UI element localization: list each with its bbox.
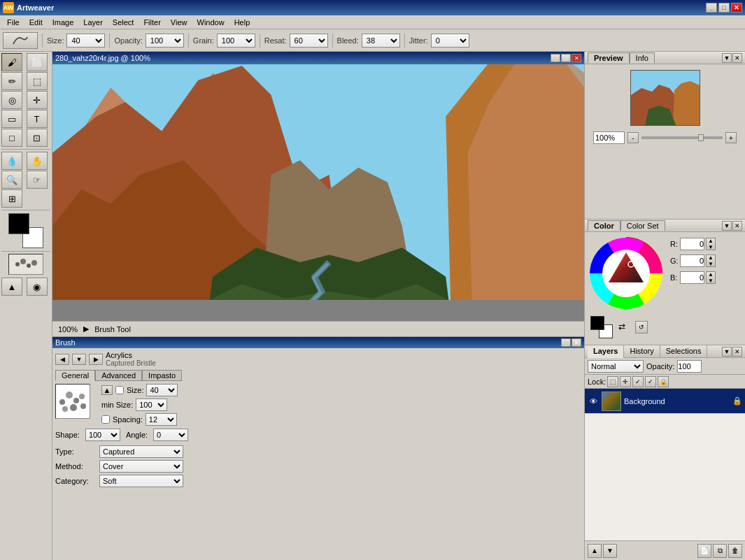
smudge-tool[interactable]: ✋ [27, 152, 48, 170]
opacity-select[interactable]: 100 [146, 34, 184, 48]
brush-prev-btn[interactable]: ◀ [55, 354, 69, 365]
resat-select[interactable]: 60 [290, 34, 328, 48]
brush-tab-general[interactable]: General [55, 370, 95, 381]
zoom-tool[interactable]: 🔍 [1, 171, 22, 189]
menu-window[interactable]: Window [193, 17, 229, 27]
blend-mode-select[interactable]: Normal [588, 360, 644, 373]
maximize-button[interactable]: □ [718, 3, 730, 13]
swap-colors-btn[interactable]: ↺ [635, 321, 648, 333]
minimize-button[interactable]: _ [706, 3, 717, 13]
color-wheel-svg[interactable] [588, 235, 665, 312]
brush-tool[interactable]: 🖌 [1, 53, 22, 71]
r-spinner[interactable]: ▲▼ [706, 238, 716, 250]
brush-tab-advanced[interactable]: Advanced [95, 370, 142, 381]
layers-scroll-down[interactable]: ▼ [603, 544, 617, 558]
size-select[interactable]: 40 [66, 34, 105, 48]
canvas-image[interactable] [52, 64, 584, 300]
menu-edit[interactable]: Edit [25, 17, 47, 27]
extra-tool-1[interactable]: ▲ [1, 278, 22, 296]
color-close-btn[interactable]: ✕ [732, 221, 742, 231]
rect-select-tool[interactable]: ▭ [1, 110, 22, 128]
size-param-select[interactable]: 40 [146, 384, 178, 396]
canvas-container[interactable]: 280_vahz20r4r.jpg @ 100% _ □ ✕ [52, 52, 584, 321]
layers-close-btn[interactable]: ✕ [732, 347, 742, 357]
duplicate-layer-btn[interactable]: ⧉ [713, 544, 727, 558]
g-input[interactable] [680, 254, 704, 267]
jitter-select[interactable]: 0 [431, 34, 469, 48]
layers-scroll-up[interactable]: ▲ [588, 544, 602, 558]
brush-tab-impasto[interactable]: Impasto [142, 370, 182, 381]
g-spinner[interactable]: ▲▼ [706, 254, 716, 267]
r-input[interactable] [680, 238, 704, 250]
method-select[interactable]: Cover [99, 460, 183, 473]
brush-type-btn[interactable]: ▼ [72, 354, 86, 365]
swatch-arrows[interactable]: ⇄ [618, 322, 630, 333]
swatch-front[interactable] [590, 316, 604, 330]
spacing-checkbox[interactable] [101, 415, 110, 424]
canvas-minimize[interactable]: _ [551, 54, 560, 62]
menu-filter[interactable]: Filter [139, 17, 164, 27]
menu-select[interactable]: Select [108, 17, 139, 27]
foreground-color-swatch[interactable] [8, 213, 29, 234]
shape-select[interactable]: 100 [85, 429, 120, 441]
shape-tool[interactable]: □ [1, 129, 22, 147]
spacing-select[interactable]: 12 [146, 413, 177, 426]
lock-position-btn[interactable]: 🔒 [658, 376, 669, 387]
color-options-btn[interactable]: ▼ [722, 221, 732, 231]
tab-history[interactable]: History [624, 345, 660, 358]
menu-layer[interactable]: Layer [79, 17, 107, 27]
layer-item-background[interactable]: 👁 Background 🔒 [585, 389, 745, 414]
bleed-select[interactable]: 38 [362, 34, 400, 48]
type-select[interactable]: Captured [99, 445, 183, 458]
crop-tool[interactable]: ⊡ [27, 129, 48, 147]
b-input[interactable] [680, 271, 704, 284]
canvas-maximize[interactable]: □ [561, 54, 571, 62]
lock-transparency-btn[interactable]: ⬚ [607, 376, 618, 387]
brush-panel-close[interactable]: ✕ [572, 338, 581, 347]
add-layer-btn[interactable]: 📄 [697, 544, 711, 558]
delete-layer-btn[interactable]: 🗑 [728, 544, 742, 558]
layer-visibility-icon[interactable]: 👁 [588, 396, 599, 407]
brush-next-btn[interactable]: ▶ [89, 354, 103, 365]
extra-tool-2[interactable]: ◉ [27, 278, 48, 296]
minsize-select[interactable]: 100 [136, 399, 167, 411]
lock-move-btn[interactable]: ✛ [620, 376, 631, 387]
tab-color[interactable]: Color [588, 220, 620, 231]
grid-tool[interactable]: ⊞ [1, 189, 22, 208]
layers-options-btn[interactable]: ▼ [722, 347, 732, 357]
selection-tool[interactable]: ⬚ [27, 72, 48, 90]
size-checkbox[interactable] [115, 386, 124, 394]
pencil-tool[interactable]: ✏ [1, 72, 22, 90]
canvas-close[interactable]: ✕ [572, 54, 581, 62]
color-wheel-container[interactable] [588, 235, 665, 312]
zoom-slider-thumb[interactable] [698, 134, 704, 141]
preview-options-btn[interactable]: ▼ [722, 53, 732, 63]
menu-file[interactable]: File [3, 17, 24, 27]
tab-selections[interactable]: Selections [660, 345, 708, 358]
transform-tool[interactable]: ✛ [27, 91, 48, 109]
zoom-slider[interactable] [641, 136, 723, 139]
close-button[interactable]: ✕ [731, 3, 742, 13]
tab-layers[interactable]: Layers [588, 345, 624, 358]
menu-view[interactable]: View [166, 17, 192, 27]
zoom-value-input[interactable] [593, 131, 625, 144]
brush-select-button[interactable] [3, 32, 38, 49]
tab-colorset[interactable]: Color Set [620, 220, 665, 231]
zoom-in-btn[interactable]: + [725, 132, 737, 143]
tab-preview[interactable]: Preview [588, 52, 630, 63]
zoom-out-btn[interactable]: - [627, 132, 639, 143]
category-select[interactable]: Soft [99, 475, 183, 487]
lasso-tool[interactable]: ◎ [1, 91, 22, 109]
eyedropper-tool[interactable]: 💧 [1, 152, 22, 170]
menu-image[interactable]: Image [48, 17, 78, 27]
hand-tool[interactable]: ☞ [27, 171, 48, 189]
b-spinner[interactable]: ▲▼ [706, 271, 716, 284]
brush-panel-minimize[interactable]: _ [561, 338, 571, 347]
tab-info[interactable]: Info [630, 52, 655, 63]
lock-paint-btn[interactable]: ✓ [632, 376, 644, 387]
lock-all-btn[interactable]: ✓ [645, 376, 656, 387]
opacity-input[interactable] [677, 360, 702, 373]
angle-select[interactable]: 0 [153, 429, 188, 441]
preview-close-btn[interactable]: ✕ [732, 53, 742, 63]
menu-help[interactable]: Help [230, 17, 255, 27]
